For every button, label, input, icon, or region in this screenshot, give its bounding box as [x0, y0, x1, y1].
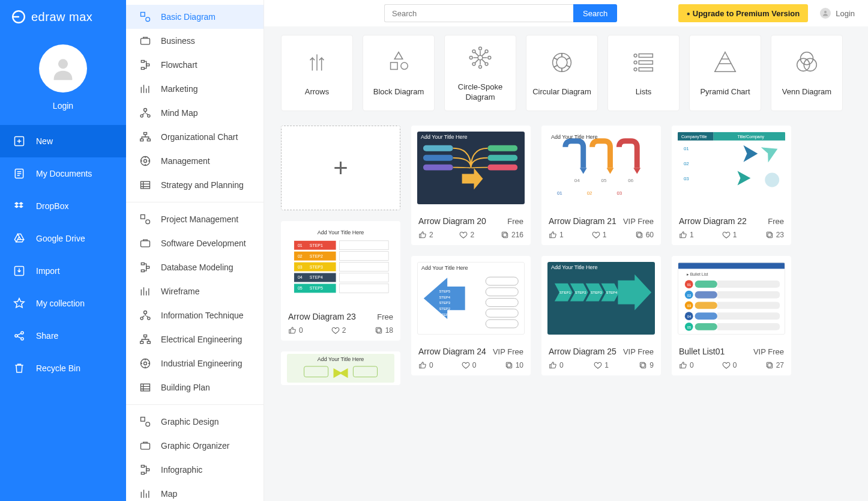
stat-dup[interactable]: 9 — [639, 361, 654, 369]
svg-rect-94 — [487, 165, 517, 171]
template-card[interactable]: Add Your Title HereSTEP5STEP4STEP3STEP2S… — [411, 256, 531, 375]
category-item[interactable]: Industrial Engineering — [126, 351, 264, 375]
template-card[interactable]: Add Your Title Here01STEP102STEP203STEP3… — [281, 221, 400, 341]
type-card[interactable]: Venn Diagram — [771, 35, 843, 111]
upgrade-button[interactable]: Upgrade to Premium Version — [678, 4, 808, 22]
type-card-label: Pyramid Chart — [700, 87, 750, 97]
stat-like[interactable]: 0 — [549, 361, 564, 369]
category-item[interactable]: Electrical Engineering — [126, 327, 264, 351]
stat-fav[interactable]: 1 — [722, 231, 737, 239]
svg-point-20 — [144, 160, 147, 163]
category-item[interactable]: Wireframe — [126, 279, 264, 303]
category-item[interactable]: Strategy and Planning — [126, 173, 264, 197]
category-item[interactable]: Graphic Design — [126, 410, 264, 434]
category-item[interactable]: Building Plan — [126, 375, 264, 399]
search-button[interactable]: Search — [573, 4, 617, 22]
type-card-icon — [548, 49, 576, 79]
category-item[interactable]: Software Development — [126, 231, 264, 255]
type-card[interactable]: Circle-Spoke Diagram — [444, 35, 516, 111]
category-item[interactable]: Business — [126, 29, 264, 53]
type-card-label: Lists — [636, 87, 652, 97]
template-meta: Arrow Diagram 25VIP Free019 — [541, 341, 661, 375]
stat-fav[interactable]: 0 — [722, 361, 737, 369]
template-thumb: Add Your Title Here040506010203 — [541, 126, 661, 210]
svg-point-29 — [144, 311, 147, 314]
type-card[interactable]: Block Diagram — [363, 35, 435, 111]
category-item[interactable]: Mind Map — [126, 101, 264, 125]
type-card[interactable]: Lists — [607, 35, 680, 111]
category-item[interactable]: Graphic Organizer — [126, 434, 264, 458]
template-meta: Bullet List01VIP Free0027 — [672, 341, 791, 375]
type-card-label: Circular Diagram — [532, 87, 591, 97]
stat-fav[interactable]: 0 — [462, 361, 477, 369]
stat-like[interactable]: 0 — [418, 361, 433, 369]
stat-fav[interactable]: 2 — [459, 231, 474, 239]
svg-text:04: 04 — [298, 275, 303, 279]
category-item[interactable]: Information Technique — [126, 303, 264, 327]
new-template-card[interactable]: + — [281, 126, 400, 210]
category-item[interactable]: Organizational Chart — [126, 125, 264, 149]
category-item[interactable]: Marketing — [126, 77, 264, 101]
template-card[interactable]: Add Your Title HereSTEP1STEP2STEP3STEP4A… — [541, 256, 661, 375]
content-area: ArrowsBlock DiagramCircle-Spoke DiagramC… — [264, 26, 868, 501]
nav-item-share[interactable]: Share — [0, 320, 126, 352]
svg-text:04: 04 — [687, 315, 692, 318]
nav-item-dropbox[interactable]: DropBox — [0, 190, 126, 222]
sidebar-primary: edraw max Login New My Documents DropBox… — [0, 0, 126, 501]
stat-dup[interactable]: 216 — [501, 231, 523, 239]
type-card[interactable]: Circular Diagram — [526, 35, 598, 111]
svg-rect-13 — [146, 64, 149, 65]
stat-like[interactable]: 0 — [679, 361, 694, 369]
category-label: Building Plan — [161, 383, 210, 392]
stat-fav[interactable]: 2 — [331, 326, 346, 335]
stat-like[interactable]: 1 — [679, 231, 694, 239]
avatar-icon — [39, 44, 87, 93]
type-card-icon — [466, 44, 494, 74]
svg-rect-146 — [695, 312, 717, 320]
stat-dup[interactable]: 18 — [375, 326, 393, 335]
stat-dup[interactable]: 60 — [635, 231, 654, 239]
template-thumb: Add Your Title HereSTEP5STEP4STEP3STEP2S… — [411, 256, 531, 341]
svg-rect-107 — [507, 363, 512, 368]
nav-item-import[interactable]: Import — [0, 255, 126, 287]
nav-item-my-documents[interactable]: My Documents — [0, 157, 126, 190]
template-thumb: Add Your Title Here — [411, 126, 531, 210]
top-login-label: Login — [836, 9, 855, 18]
svg-rect-61 — [639, 68, 653, 71]
search-input[interactable] — [384, 4, 573, 22]
stat-like[interactable]: 1 — [549, 231, 564, 239]
template-card[interactable]: ▸ Bullet List0102030405Bullet List01VIP … — [672, 256, 791, 375]
stat-fav[interactable]: 1 — [592, 231, 607, 239]
nav-item-my-collection[interactable]: My collection — [0, 287, 126, 320]
stat-dup[interactable]: 27 — [765, 361, 784, 369]
nav-item-google-drive[interactable]: Google Drive — [0, 222, 126, 255]
stat-dup[interactable]: 10 — [505, 361, 523, 369]
category-item[interactable]: Flowchart — [126, 53, 264, 77]
stat-dup[interactable]: 23 — [765, 231, 784, 239]
category-item[interactable]: Database Modeling — [126, 255, 264, 279]
template-card[interactable]: Add Your Title Here — [281, 351, 400, 385]
nav-item-recycle-bin[interactable]: Recycle Bin — [0, 352, 126, 384]
svg-point-54 — [472, 62, 475, 65]
category-item[interactable]: Project Management — [126, 207, 264, 231]
avatar-block[interactable]: Login — [0, 34, 126, 125]
stat-like[interactable]: 0 — [288, 326, 303, 335]
template-card[interactable]: CompanyTitleTitle/Company010203Arrow Dia… — [672, 126, 791, 245]
category-item[interactable]: Management — [126, 149, 264, 173]
category-item[interactable]: Basic Diagram — [126, 5, 264, 29]
category-label: Basic Diagram — [161, 12, 215, 22]
category-item[interactable]: Map — [126, 482, 264, 501]
template-card[interactable]: Add Your Title HereArrow Diagram 20Free2… — [411, 126, 531, 245]
type-card-label: Block Diagram — [373, 87, 424, 97]
stat-fav[interactable]: 1 — [594, 361, 609, 369]
type-card[interactable]: Arrows — [281, 35, 353, 111]
svg-rect-121 — [641, 363, 646, 368]
nav-item-new[interactable]: New — [0, 125, 126, 157]
type-card[interactable]: Pyramid Chart — [689, 35, 761, 111]
category-icon — [139, 107, 151, 119]
stat-like[interactable]: 2 — [418, 231, 433, 239]
template-card[interactable]: Add Your Title Here040506010203Arrow Dia… — [541, 126, 661, 245]
top-login[interactable]: Login — [815, 8, 860, 19]
category-item[interactable]: Infographic — [126, 458, 264, 482]
category-group-1: Basic DiagramBusinessFlowchartMarketingM… — [126, 0, 264, 202]
